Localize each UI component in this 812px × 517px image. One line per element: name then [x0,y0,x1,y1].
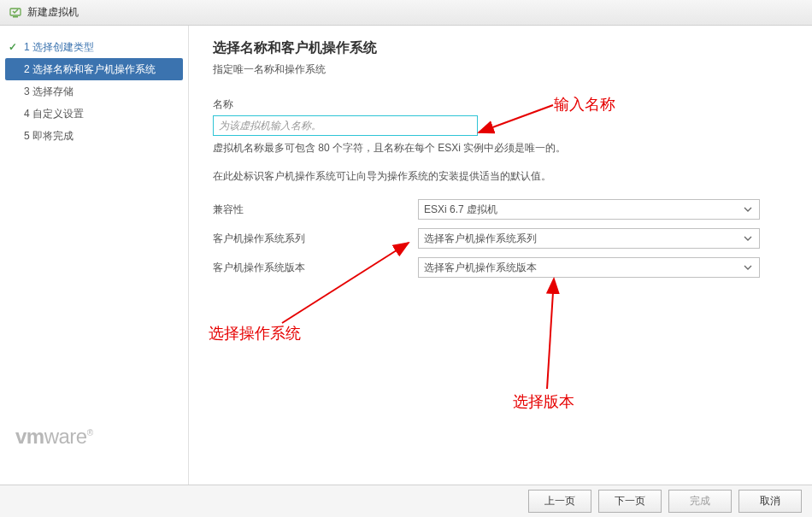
back-button[interactable]: 上一页 [528,490,591,513]
os-version-label: 客户机操作系统版本 [213,261,418,275]
compat-select[interactable]: ESXi 6.7 虚拟机 [418,199,760,220]
vmware-logo: vmware® [0,408,188,474]
vm-name-input[interactable] [213,115,478,136]
os-family-select[interactable]: 选择客户机操作系统系列 [418,228,760,249]
step-name-and-guest-os[interactable]: 2 选择名称和客户机操作系统 [5,58,183,80]
name-label: 名称 [213,97,788,112]
step-select-creation-type[interactable]: 1 选择创建类型 [0,36,188,58]
step-ready-to-complete[interactable]: 5 即将完成 [0,125,188,147]
step-select-storage[interactable]: 3 选择存储 [0,80,188,103]
name-hint: 虚拟机名称最多可包含 80 个字符，且名称在每个 ESXi 实例中必须是唯一的。 [213,141,788,156]
vm-icon [9,6,22,20]
page-heading: 选择名称和客户机操作系统 [213,39,788,57]
wizard-footer: 上一页 下一页 完成 取消 [0,485,812,517]
compat-label: 兼容性 [213,203,418,217]
next-button[interactable]: 下一页 [598,490,662,513]
os-version-select[interactable]: 选择客户机操作系统版本 [418,257,760,278]
os-family-label: 客户机操作系统系列 [213,232,418,246]
step-custom-settings[interactable]: 4 自定义设置 [0,103,188,125]
wizard-sidebar: 1 选择创建类型 2 选择名称和客户机操作系统 3 选择存储 4 自定义设置 5… [0,26,188,485]
guest-os-hint: 在此处标识客户机操作系统可让向导为操作系统的安装提供适当的默认值。 [213,169,788,184]
svg-rect-1 [13,16,18,18]
window-title: 新建虚拟机 [27,5,79,20]
finish-button[interactable]: 完成 [668,490,732,513]
cancel-button[interactable]: 取消 [738,490,802,513]
page-subdesc: 指定唯一名称和操作系统 [213,62,788,77]
window-titlebar: 新建虚拟机 [0,0,812,26]
main-panel: 选择名称和客户机操作系统 指定唯一名称和操作系统 名称 虚拟机名称最多可包含 8… [188,26,812,485]
